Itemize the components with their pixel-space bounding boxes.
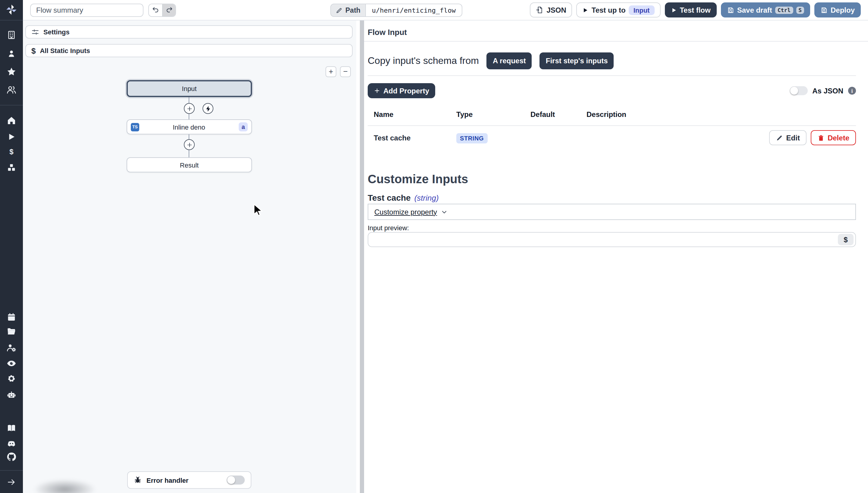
save-draft-button[interactable]: Save draft Ctrl S: [721, 2, 810, 18]
workers-users-gear-icon[interactable]: [6, 343, 17, 353]
docs-book-icon[interactable]: [7, 423, 16, 433]
deploy-button[interactable]: Deploy: [815, 2, 861, 18]
input-preview-field[interactable]: [370, 235, 838, 244]
topbar: Path u/henri/enticing_flow JSON Test up …: [23, 0, 868, 21]
zoom-out-button[interactable]: −: [340, 66, 351, 77]
copy-from-request-button[interactable]: A request: [487, 52, 532, 69]
dollar-button[interactable]: $: [838, 234, 853, 245]
sidebar-rail: $: [0, 0, 23, 493]
json-button[interactable]: JSON: [529, 2, 572, 18]
flow-editor-app: $: [0, 0, 868, 493]
input-preview-field-wrap: $: [368, 232, 856, 247]
plus-icon: [374, 87, 381, 94]
ai-robot-icon[interactable]: [6, 390, 17, 400]
variables-dollar-icon[interactable]: $: [7, 147, 16, 157]
settings-gear-icon[interactable]: [6, 373, 17, 384]
json-export-icon: [536, 6, 543, 14]
col-name: Name: [374, 110, 456, 119]
resources-cubes-icon[interactable]: [7, 163, 16, 172]
kbd-ctrl: Ctrl: [775, 6, 793, 14]
folders-icon[interactable]: [7, 327, 16, 336]
table-row: Test cache STRING Edit Delete: [368, 126, 856, 149]
plus-icon: [186, 105, 193, 112]
flow-summary-input[interactable]: [30, 3, 144, 17]
divider: [0, 470, 23, 471]
pencil-icon: [776, 134, 783, 141]
trash-icon: [817, 134, 825, 141]
groups-users-icon[interactable]: [6, 85, 17, 95]
path-editor[interactable]: Path u/henri/enticing_flow: [330, 4, 462, 17]
field-type: (string): [414, 193, 439, 202]
property-name: Test cache: [374, 133, 456, 142]
customize-property-box[interactable]: Customize property: [368, 204, 856, 220]
schedules-calendar-icon[interactable]: [7, 312, 16, 322]
info-icon[interactable]: i: [848, 87, 856, 94]
discord-icon[interactable]: [6, 438, 17, 449]
panel-title: Flow Input: [368, 28, 407, 37]
add-step-button[interactable]: [184, 103, 195, 114]
node-input[interactable]: Input: [127, 80, 252, 97]
save-icon: [727, 6, 734, 14]
copy-schema-row: Copy input's schema from A request First…: [368, 52, 856, 69]
add-step-button[interactable]: [184, 139, 195, 150]
favorites-star-icon[interactable]: [6, 67, 17, 77]
copy-from-first-step-button[interactable]: First step's inputs: [540, 52, 614, 69]
error-handler-label: Error handler: [147, 476, 222, 484]
col-description: Description: [586, 110, 856, 119]
error-handler-toggle[interactable]: [226, 475, 245, 485]
bug-icon: [134, 476, 142, 484]
test-up-to-target-badge[interactable]: Input: [629, 5, 655, 15]
flow-canvas[interactable]: Settings $ All Static Inputs + − Input T…: [23, 21, 356, 493]
flow-input-panel: Flow Input Copy input's schema from A re…: [361, 21, 868, 493]
expand-arrow-icon[interactable]: [7, 477, 16, 487]
all-static-inputs-row[interactable]: $ All Static Inputs: [25, 44, 353, 57]
zoom-in-button[interactable]: +: [325, 66, 337, 77]
flow-settings-row[interactable]: Settings: [25, 25, 353, 39]
user-icon[interactable]: [7, 49, 16, 59]
input-preview-label: Input preview:: [368, 224, 409, 232]
path-value[interactable]: u/henri/enticing_flow: [366, 4, 462, 17]
test-up-to-button[interactable]: Test up to Input: [577, 2, 660, 18]
copy-schema-label: Copy input's schema from: [368, 56, 479, 66]
delete-button[interactable]: Delete: [811, 130, 856, 145]
windmill-logo[interactable]: [5, 4, 18, 16]
node-step-inline-deno[interactable]: TS Inline deno a: [127, 119, 252, 134]
play-icon: [583, 7, 589, 13]
home-icon[interactable]: [7, 116, 16, 125]
zoom-controls: + −: [325, 66, 351, 77]
static-inputs-label: All Static Inputs: [40, 47, 90, 54]
typescript-badge: TS: [131, 123, 139, 131]
audit-eye-icon[interactable]: [6, 358, 17, 368]
col-default: Default: [530, 110, 586, 119]
step-id-badge: a: [239, 122, 248, 131]
pencil-icon: [336, 7, 342, 14]
test-flow-button[interactable]: Test flow: [665, 2, 716, 18]
github-icon[interactable]: [6, 452, 17, 462]
dollar-icon: $: [31, 46, 36, 55]
topbar-actions: JSON Test up to Input Test flow Save dra…: [529, 2, 861, 18]
trigger-bolt-button[interactable]: [202, 103, 213, 114]
step-label: Inline deno: [173, 123, 205, 130]
as-json-toggle[interactable]: [789, 86, 807, 95]
divider: [368, 75, 856, 76]
save-icon: [820, 6, 828, 14]
add-property-button[interactable]: Add Property: [368, 83, 435, 98]
customize-inputs-title: Customize Inputs: [368, 172, 468, 186]
edit-button[interactable]: Edit: [769, 130, 806, 145]
add-property-row: Add Property As JSON i: [368, 83, 856, 98]
node-result[interactable]: Result: [127, 157, 252, 172]
runs-play-icon[interactable]: [7, 132, 16, 141]
panel-scrollbar[interactable]: [356, 21, 364, 493]
settings-label: Settings: [43, 28, 70, 36]
divider: [0, 20, 23, 21]
type-badge: STRING: [456, 133, 487, 144]
lightning-icon: [204, 105, 211, 112]
error-handler-row[interactable]: Error handler: [127, 471, 251, 489]
redo-button[interactable]: [162, 4, 175, 16]
path-badge: Path: [330, 4, 366, 17]
chevron-down-icon: [441, 208, 448, 215]
workspace-building-icon[interactable]: [7, 30, 16, 40]
undo-button[interactable]: [149, 4, 162, 16]
undo-redo-group: [148, 3, 176, 17]
customize-property-link[interactable]: Customize property: [374, 208, 437, 216]
